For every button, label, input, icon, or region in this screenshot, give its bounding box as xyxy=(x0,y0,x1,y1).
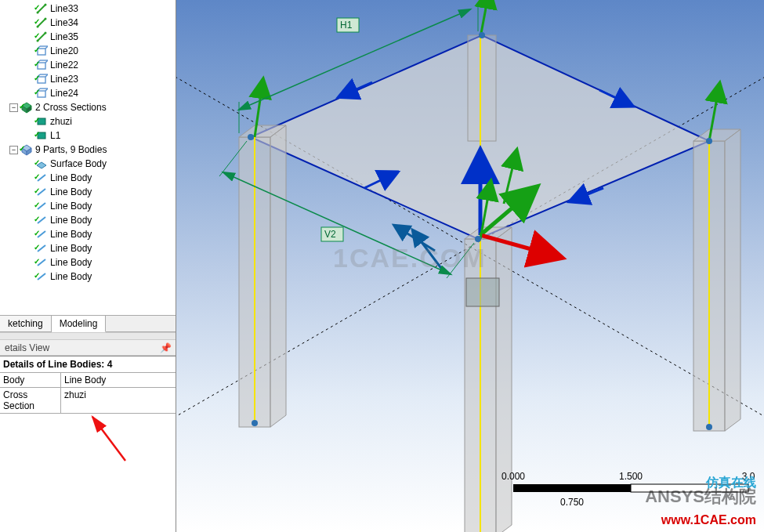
tree-outline[interactable]: ✓Line33 ✓Line34 ✓Line35 ✓Line20 ✓Line22 … xyxy=(0,0,176,315)
cross-section-group-icon: ✓ xyxy=(20,101,33,114)
tree-label: Line Body xyxy=(50,257,92,268)
svg-point-64 xyxy=(248,134,254,140)
selection-handle[interactable] xyxy=(466,278,499,306)
tree-item-line20[interactable]: ✓Line20 xyxy=(0,44,176,58)
tree-item-surface-body[interactable]: ✓Surface Body xyxy=(0,157,176,171)
dim-v2-label: V2 xyxy=(324,229,336,240)
svg-rect-78 xyxy=(513,484,631,492)
annotation-arrow-area xyxy=(0,414,176,532)
tree-item-line35[interactable]: ✓Line35 xyxy=(0,30,176,44)
tree-item-line-body[interactable]: ✓Line Body xyxy=(0,213,176,227)
tree-item-cross-sections[interactable]: − ✓ 2 Cross Sections xyxy=(0,100,176,114)
tree-item-line-body[interactable]: ✓Line Body xyxy=(0,199,176,213)
line-body-small-icon: ✓ xyxy=(35,214,48,226)
panel-splitter[interactable] xyxy=(0,332,176,340)
tree-item-parts[interactable]: − ✓ 9 Parts, 9 Bodies xyxy=(0,143,176,157)
tree-label: Line Body xyxy=(50,201,92,212)
line-body-small-icon: ✓ xyxy=(35,172,48,184)
collapse-icon[interactable]: − xyxy=(9,146,18,154)
tree-item-line-body[interactable]: ✓Line Body xyxy=(0,255,176,270)
outline-panel: ✓Line33 ✓Line34 ✓Line35 ✓Line20 ✓Line22 … xyxy=(0,0,176,532)
tree-label: Line34 xyxy=(50,17,78,28)
tree-label: 9 Parts, 9 Bodies xyxy=(35,144,107,155)
details-key: Cross Section xyxy=(0,388,61,413)
svg-point-2 xyxy=(45,4,47,6)
details-row-body[interactable]: Body Line Body xyxy=(0,373,176,388)
line-body-small-icon: ✓ xyxy=(35,200,48,212)
callout-arrow-icon xyxy=(92,417,125,461)
line-body-small-icon: ✓ xyxy=(35,228,48,241)
details-value[interactable]: zhuzi xyxy=(61,388,176,413)
tree-item-cs-zhuzi[interactable]: ✓zhuzi xyxy=(0,114,176,128)
line-sketch-icon: ✓ xyxy=(35,31,48,43)
details-value[interactable]: Line Body xyxy=(61,373,176,387)
scalebar-label-b: 1.500 xyxy=(619,471,643,482)
tab-sketching[interactable]: ketching xyxy=(0,316,52,331)
tree-label: Line Body xyxy=(50,243,92,254)
svg-marker-41 xyxy=(725,129,740,431)
details-view-header: etails View 📌 xyxy=(0,340,176,356)
line-body-small-icon: ✓ xyxy=(35,186,48,198)
line-body-icon: ✓ xyxy=(35,45,48,57)
tree-label: Line23 xyxy=(50,74,78,85)
svg-marker-38 xyxy=(270,125,286,427)
line-body-icon: ✓ xyxy=(35,59,48,71)
tree-label: Line Body xyxy=(50,229,92,240)
svg-point-5 xyxy=(45,18,47,20)
watermark-right-bottom: www.1CAE.com xyxy=(661,513,756,527)
tree-item-line23[interactable]: ✓Line23 xyxy=(0,72,176,86)
collapse-icon[interactable]: − xyxy=(9,103,18,112)
line-body-small-icon: ✓ xyxy=(35,256,48,269)
svg-point-8 xyxy=(45,32,47,34)
tree-item-line-body[interactable]: ✓Line Body xyxy=(0,185,176,199)
svg-point-68 xyxy=(252,420,258,426)
details-key: Body xyxy=(0,373,61,387)
tree-item-line24[interactable]: ✓Line24 xyxy=(0,86,176,100)
details-view-title: etails View xyxy=(5,342,49,353)
tree-label: Line35 xyxy=(50,31,78,42)
tree-item-line-body[interactable]: ✓Line Body xyxy=(0,241,176,255)
tree-label: Line Body xyxy=(50,186,92,197)
details-header: Details of Line Bodies: 4 xyxy=(0,356,176,373)
outline-tabs: ketching Modeling xyxy=(0,315,176,332)
cross-section-icon: ✓ xyxy=(35,129,48,142)
tree-item-line33[interactable]: ✓Line33 xyxy=(0,2,176,16)
line-sketch-icon: ✓ xyxy=(35,2,48,15)
tree-label: Line20 xyxy=(50,45,78,56)
tree-item-line-body[interactable]: ✓Line Body xyxy=(0,171,176,185)
line-sketch-icon: ✓ xyxy=(35,16,48,29)
line-body-icon: ✓ xyxy=(35,87,48,100)
tree-label: Line Body xyxy=(50,215,92,226)
scalebar-label-a: 0.000 xyxy=(501,471,525,482)
pin-icon[interactable]: 📌 xyxy=(160,342,171,353)
line-body-small-icon: ✓ xyxy=(35,270,48,283)
svg-point-66 xyxy=(706,138,712,144)
tree-item-line34[interactable]: ✓Line34 xyxy=(0,16,176,30)
details-grid: Details of Line Bodies: 4 Body Line Body… xyxy=(0,356,176,414)
watermark-center: 1CAE.COM xyxy=(333,243,486,273)
svg-point-69 xyxy=(706,424,712,430)
cross-section-icon: ✓ xyxy=(35,115,48,128)
graphics-viewport[interactable]: H1 V2 0.000 1.500 3.0 0.750 1CAE.COM xyxy=(176,0,764,532)
tree-label: zhuzi xyxy=(50,116,72,127)
surface-body-icon: ✓ xyxy=(35,157,48,170)
svg-point-65 xyxy=(479,32,485,38)
tree-item-line-body[interactable]: ✓Line Body xyxy=(0,270,176,284)
tree-item-cs-l1[interactable]: ✓L1 xyxy=(0,128,176,143)
tree-item-line22[interactable]: ✓Line22 xyxy=(0,58,176,72)
tree-label: 2 Cross Sections xyxy=(35,102,107,113)
tab-modeling[interactable]: Modeling xyxy=(52,316,107,332)
tree-label: L1 xyxy=(50,130,60,141)
tree-label: Line Body xyxy=(50,172,92,183)
line-body-small-icon: ✓ xyxy=(35,242,48,255)
watermark-right-mid: ANSYS结构院 xyxy=(645,485,756,508)
parts-group-icon: ✓ xyxy=(20,143,33,156)
details-row-cross-section[interactable]: Cross Section zhuzi xyxy=(0,388,176,414)
tree-label: Line24 xyxy=(50,88,78,99)
tree-label: Line Body xyxy=(50,271,92,282)
tree-label: Line22 xyxy=(50,60,78,71)
svg-point-67 xyxy=(475,236,481,242)
tree-item-line-body[interactable]: ✓Line Body xyxy=(0,227,176,241)
svg-marker-44 xyxy=(496,227,512,532)
tree-label: Surface Body xyxy=(50,158,107,169)
